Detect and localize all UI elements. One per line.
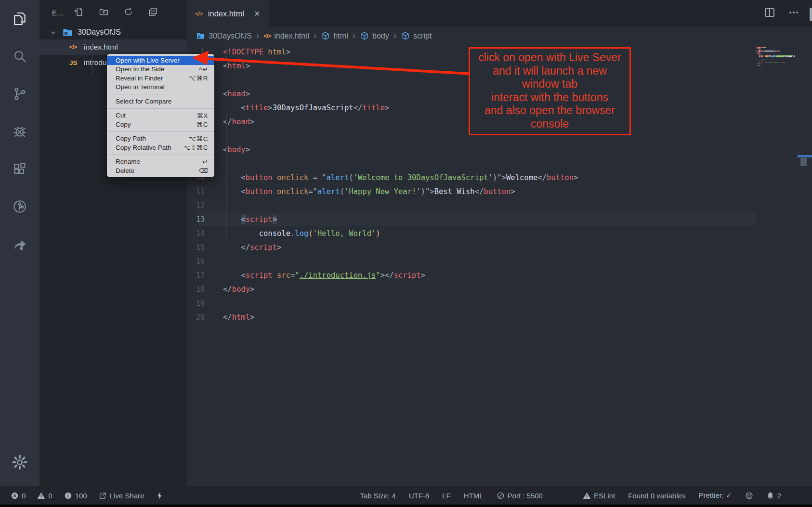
context-menu-item-delete[interactable]: Delete⌫ [107, 166, 214, 175]
status-port-5500[interactable]: Port : 5500 [497, 492, 543, 500]
line-number: 11 [187, 187, 205, 196]
context-menu-item-rename[interactable]: Rename↵ [107, 157, 214, 167]
code-line-14[interactable]: 14 console.log('Hello, World') [187, 226, 812, 240]
editor-scrollbar-thumb[interactable] [800, 158, 807, 166]
tab-close-icon[interactable]: × [254, 9, 260, 18]
code-text: <button onclick="alert('Happy New Year!'… [205, 187, 515, 196]
context-menu-item-open-in-terminal[interactable]: Open in Terminal [107, 83, 214, 92]
cube-icon [401, 31, 410, 40]
split-editor-icon[interactable] [764, 7, 775, 20]
collapse-all-icon[interactable] [148, 7, 158, 19]
menu-item-label: Cut [116, 112, 126, 119]
live-share-icon[interactable] [0, 225, 39, 263]
settings-icon[interactable] [11, 454, 28, 473]
status-utf-8[interactable]: UTF-8 [409, 492, 430, 500]
code-line-17[interactable]: 17 <script src="./introduction.js"></scr… [187, 268, 812, 282]
new-file-icon[interactable] [74, 7, 84, 19]
code-line-12[interactable]: 12 [187, 198, 812, 212]
menu-item-shortcut: ⌘C [196, 120, 208, 128]
status-found-0-variables[interactable]: Found 0 variables [628, 492, 685, 500]
search-icon[interactable] [0, 38, 39, 75]
share-box-icon [99, 492, 107, 500]
warning-triangle-icon [37, 492, 45, 500]
tree-file-index-html[interactable]: </>index.html [39, 39, 187, 55]
file-label: index.html [84, 43, 118, 52]
menu-item-shortcut: ⌥⇧⌘C [183, 143, 208, 151]
annotation-text-line: window tab [470, 78, 629, 91]
tab-bar: </> index.html × [187, 0, 812, 27]
line-number: 13 [187, 215, 205, 224]
code-line-18[interactable]: 18</body> [187, 282, 812, 296]
code-text: </script> [205, 243, 281, 252]
breadcrumb-item-html[interactable]: html [321, 31, 348, 40]
status-2[interactable]: 2 [766, 492, 781, 500]
run-debug-icon[interactable] [0, 113, 39, 150]
status-label: Tab Size: 4 [360, 492, 395, 500]
code-text: <!DOCTYPE html> [205, 48, 290, 56]
context-menu-item-open-to-the-side[interactable]: Open to the Side^↵ [107, 65, 214, 74]
code-line-15[interactable]: 15 </script> [187, 240, 812, 254]
status-label: ESLint [594, 492, 615, 500]
status-0[interactable]: 0 [37, 492, 52, 500]
status-lightning[interactable] [156, 492, 164, 500]
overview-ruler-cursor-mark [798, 155, 812, 157]
code-line-8[interactable]: 8<body> [187, 143, 812, 156]
folder-icon [196, 31, 205, 40]
status-eslint[interactable]: ESLint [583, 492, 615, 500]
code-line-13[interactable]: 13 <script> [187, 212, 812, 226]
line-number: 20 [187, 313, 205, 322]
menu-separator [107, 131, 214, 132]
code-line-9[interactable]: 9 [187, 156, 812, 170]
code-text: <title>30DaysOfJavaScript</title> [205, 104, 389, 112]
status-smiley[interactable] [745, 492, 753, 500]
tab-index-html[interactable]: </> index.html × [187, 0, 269, 27]
minimap[interactable] [757, 47, 795, 68]
status-html[interactable]: HTML [464, 492, 484, 500]
context-menu-item-copy[interactable]: Copy⌘C [107, 120, 214, 129]
breadcrumb-item-script[interactable]: script [401, 31, 432, 40]
tree-folder-30daysofjs[interactable]: 30DaysOfJS [39, 25, 187, 39]
status-0[interactable]: 0 [11, 492, 26, 500]
status-bar: 00100Live Share Tab Size: 4UTF-8LFHTMLPo… [0, 486, 812, 505]
breadcrumb-item-30daysofjs[interactable]: 30DaysOfJS [196, 31, 252, 40]
code-text: <script src="./introduction.js"></script… [205, 271, 425, 280]
status-label: Prettier: ✓ [698, 491, 732, 500]
bell-icon [766, 492, 774, 500]
breadcrumb-item-body[interactable]: body [360, 31, 389, 40]
breadcrumb-separator: › [393, 30, 396, 41]
status-label: 100 [75, 492, 87, 500]
source-control-icon[interactable] [0, 75, 39, 113]
line-number: 18 [187, 285, 205, 294]
refresh-icon[interactable] [123, 7, 133, 19]
breadcrumb: 30DaysOfJS›</>index.html›html›body›scrip… [187, 27, 812, 45]
code-line-19[interactable]: 19 [187, 296, 812, 310]
breadcrumb-item-index-html[interactable]: </>index.html [263, 32, 309, 40]
extensions-icon[interactable] [0, 150, 39, 188]
cube-icon [321, 31, 330, 40]
context-menu-item-open-with-live-server[interactable]: Open with Live Server [107, 56, 214, 65]
chevron-down-icon[interactable] [49, 28, 57, 37]
status-live-share[interactable]: Live Share [99, 492, 144, 500]
context-menu-item-copy-relative-path[interactable]: Copy Relative Path⌥⇧⌘C [107, 143, 214, 152]
gitlens-icon[interactable] [0, 188, 39, 225]
status-lf[interactable]: LF [442, 492, 451, 500]
status-tab-size-4[interactable]: Tab Size: 4 [360, 492, 395, 500]
context-menu-item-copy-path[interactable]: Copy Path⌥⌘C [107, 134, 214, 143]
context-menu-item-cut[interactable]: Cut⌘X [107, 111, 214, 120]
smiley-icon [745, 492, 753, 500]
context-menu-item-reveal-in-finder[interactable]: Reveal in Finder⌥⌘R [107, 74, 214, 83]
html-icon: </> [263, 33, 271, 39]
explorer-icon[interactable] [0, 0, 39, 38]
code-line-20[interactable]: 20</html> [187, 310, 812, 324]
status-100[interactable]: 100 [64, 492, 87, 500]
context-menu-item-select-for-compare[interactable]: Select for Compare [107, 97, 214, 106]
code-line-11[interactable]: 11 <button onclick="alert('Happy New Yea… [187, 184, 812, 198]
status-label: HTML [464, 492, 484, 500]
more-actions-icon[interactable] [788, 7, 799, 20]
breadcrumb-label: html [333, 32, 348, 40]
status-prettier[interactable]: Prettier: ✓ [698, 491, 732, 500]
code-line-16[interactable]: 16 [187, 254, 812, 268]
menu-item-label: Open in Terminal [116, 83, 165, 91]
code-line-10[interactable]: 10 <button onclick = "alert('Welcome to … [187, 170, 812, 184]
new-folder-icon[interactable] [99, 7, 109, 19]
